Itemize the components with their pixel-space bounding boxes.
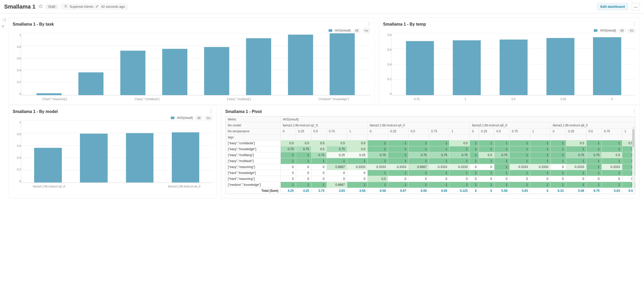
pivot-row-tag: ["medium","knowledge"] xyxy=(226,182,280,188)
bar[interactable] xyxy=(36,93,62,95)
pivot-cell: 1 xyxy=(368,182,388,188)
pivot-cell: 0 xyxy=(327,176,347,182)
pivot-model-col: llama3.1:8b-instruct-q6_K xyxy=(470,123,551,128)
bar[interactable] xyxy=(546,38,575,95)
legend-inv-button[interactable]: Inv xyxy=(628,29,635,32)
bar[interactable] xyxy=(120,51,145,95)
pivot-cell: 0 xyxy=(586,176,602,182)
bar[interactable] xyxy=(204,47,229,95)
pivot-cell: 1 xyxy=(510,158,530,164)
pivot-total-cell: 3.83 xyxy=(327,188,347,194)
pivot-cell: 1 xyxy=(470,158,479,164)
legend-inv-button[interactable]: Inv xyxy=(205,116,212,120)
pivot-cell: 1 xyxy=(494,140,509,146)
bar[interactable] xyxy=(288,35,313,95)
bar[interactable] xyxy=(80,134,107,182)
bar[interactable] xyxy=(453,40,481,95)
pivot-cell: 1 xyxy=(409,158,429,164)
pivot-temp-col: 0.25 xyxy=(296,128,311,134)
pivot-cell: 0 xyxy=(280,176,296,182)
pivot-cell: 0 xyxy=(280,164,296,170)
panel-more-icon[interactable]: ⋮ xyxy=(367,21,371,27)
legend-inv-button[interactable]: Inv xyxy=(363,29,370,32)
pivot-row-tag: ["easy","knowledge"] xyxy=(226,146,280,152)
pivot-total-cell: 3.58 xyxy=(347,188,368,194)
pivot-temp-col: 0.75 xyxy=(602,128,622,134)
dashboard-more-button[interactable] xyxy=(632,3,640,10)
pivot-cell: 1 xyxy=(449,158,470,164)
chart-panel-by-task: Smallama 1 - By task ⋮ AVG(result) All I… xyxy=(8,18,375,105)
edit-dashboard-button[interactable]: Edit dashboard xyxy=(597,3,628,11)
pivot-cell: 1 xyxy=(479,170,494,176)
bar[interactable] xyxy=(500,40,528,95)
x-tick: 0.25 xyxy=(561,97,566,101)
legend-all-button[interactable]: All xyxy=(619,29,625,32)
panel-more-icon[interactable]: ⋮ xyxy=(632,108,636,114)
pivot-cell: 1 xyxy=(479,158,494,164)
pivot-temp-col: 0.25 xyxy=(388,128,409,134)
pivot-cell: 1 xyxy=(368,158,388,164)
pivot-temp-col: 0 xyxy=(551,128,566,134)
x-tick: 0 xyxy=(611,97,613,101)
pivot-total-cell: 4.25 xyxy=(296,188,311,194)
draft-badge: Draft xyxy=(46,4,58,9)
legend-metric: AVG(result) xyxy=(177,116,193,120)
pivot-cell: 0.3333 xyxy=(388,164,409,170)
filter-icon[interactable] xyxy=(1,25,5,29)
pivot-cell: 1 xyxy=(296,152,311,158)
bar[interactable] xyxy=(34,148,62,182)
pivot-cell: 0.75 xyxy=(449,152,470,158)
svg-point-2 xyxy=(634,7,635,8)
vertical-scrollbar[interactable] xyxy=(632,127,635,189)
bar[interactable] xyxy=(162,49,187,95)
pivot-temp-hdr: llm.temperature xyxy=(226,128,280,134)
pivot-model-col: llama3.1:8b-instruct-q4_0 xyxy=(368,123,470,128)
legend-metric: AVG(result) xyxy=(600,29,616,32)
bar[interactable] xyxy=(330,33,355,95)
pivot-cell: 0 xyxy=(311,176,327,182)
pivot-cell: 1 xyxy=(388,170,409,176)
favorite-star-icon[interactable] xyxy=(39,4,43,9)
pivot-table-wrap[interactable]: MetricAVG(result)llm.modelllama3.1:8b-in… xyxy=(225,116,635,194)
pivot-cell: 1 xyxy=(470,146,479,152)
panel-more-icon[interactable]: ⋮ xyxy=(632,21,636,27)
bar[interactable] xyxy=(593,37,621,95)
panel-more-icon[interactable]: ⋮ xyxy=(209,108,213,114)
pivot-cell: 1 xyxy=(429,170,449,176)
pivot-cell: 0.75 xyxy=(368,152,388,158)
pivot-cell: 1 xyxy=(586,140,602,146)
panel-title: Smallama 1 - By task xyxy=(13,22,370,27)
chart-legend: AVG(result) All Inv xyxy=(13,29,370,32)
legend-all-button[interactable]: All xyxy=(353,29,360,32)
pivot-temp-col: 1 xyxy=(449,128,470,134)
pivot-table: MetricAVG(result)llm.modelllama3.1:8b-in… xyxy=(226,116,635,194)
bar[interactable] xyxy=(246,38,271,95)
bar[interactable] xyxy=(172,132,199,182)
pivot-cell: 0 xyxy=(347,176,368,182)
pivot-cell: 0.5 xyxy=(296,140,311,146)
y-tick: 0.8 xyxy=(17,133,21,136)
y-tick: 0.6 xyxy=(387,48,391,51)
legend-all-button[interactable]: All xyxy=(196,116,202,120)
pivot-cell: 0 xyxy=(479,164,494,170)
pivot-row-tag: ["easy","reasoning"] xyxy=(226,164,280,170)
pivot-cell: 1 xyxy=(551,140,566,146)
pivot-cell: 0 xyxy=(311,164,327,170)
pivot-cell: 1 xyxy=(510,170,530,176)
pivot-temp-col: 0.5 xyxy=(586,128,602,134)
pivot-cell: 0.3333 xyxy=(368,164,388,170)
pivot-total-cell: 6 xyxy=(479,188,494,194)
pivot-row-tag: ["easy","confabula"] xyxy=(226,140,280,146)
pivot-cell: 0.75 xyxy=(327,146,347,152)
expand-panel-icon[interactable]: →| xyxy=(1,18,5,22)
bar[interactable] xyxy=(78,72,103,95)
pivot-cell: 1 xyxy=(296,182,311,188)
bar[interactable] xyxy=(126,133,153,182)
pivot-cell: 0 xyxy=(470,164,479,170)
pivot-cell: 1 xyxy=(429,146,449,152)
pivot-cell: 1 xyxy=(409,182,429,188)
bar[interactable] xyxy=(406,41,434,95)
dashboard-header: Smallama 1 Draft Superset Admin 42 secon… xyxy=(0,0,644,13)
pivot-cell: 0 xyxy=(602,176,622,182)
pivot-cell: 1 xyxy=(602,146,622,152)
